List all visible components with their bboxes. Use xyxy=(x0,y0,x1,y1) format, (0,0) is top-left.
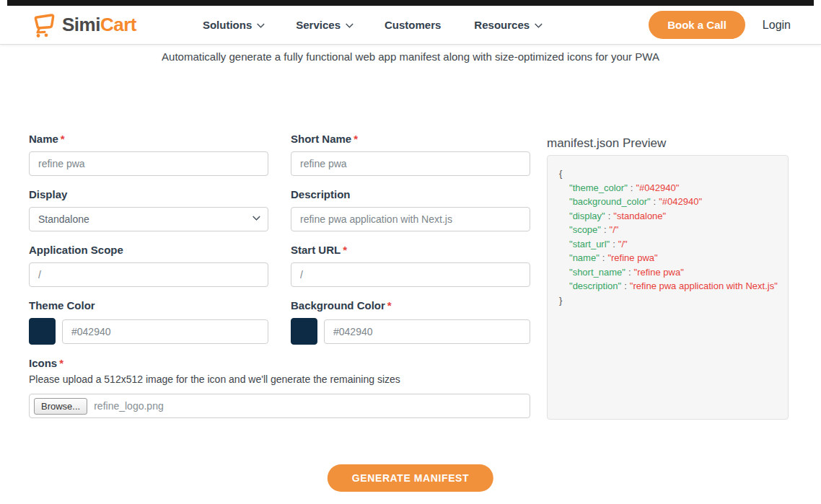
top-black-bar xyxy=(7,0,814,6)
theme-color-swatch[interactable] xyxy=(29,318,56,345)
page-subtitle: Automatically generate a fully functiona… xyxy=(0,50,821,63)
json-line: scope:/ xyxy=(559,223,776,237)
browse-button[interactable]: Browse... xyxy=(34,398,87,415)
name-input[interactable] xyxy=(29,151,268,176)
start-url-label: Start URL* xyxy=(291,244,530,256)
json-line: short_name:refine pwa xyxy=(559,265,776,280)
display-select[interactable] xyxy=(29,207,268,231)
simicart-logo[interactable]: SimiCart xyxy=(30,12,136,38)
icons-help-text: Please upload a 512x512 image for the ic… xyxy=(29,373,530,385)
main-nav: Solutions Services Customers Resources xyxy=(203,19,540,31)
short-name-input[interactable] xyxy=(291,151,530,176)
icons-file-input[interactable]: Browse... refine_logo.png xyxy=(29,394,530,418)
chevron-down-icon xyxy=(535,19,543,27)
generate-manifest-button[interactable]: GENERATE MANIFEST xyxy=(328,464,493,492)
json-line: background_color:#042940 xyxy=(559,195,776,209)
json-line: start_url:/ xyxy=(559,237,776,252)
chevron-down-icon xyxy=(346,19,354,27)
display-field-group: Display xyxy=(29,188,268,231)
description-field-group: Description xyxy=(291,188,530,231)
nav-resources[interactable]: Resources xyxy=(474,19,540,31)
application-scope-label: Application Scope xyxy=(29,244,268,256)
short-name-label: Short Name* xyxy=(291,133,530,145)
description-label: Description xyxy=(291,188,530,200)
nav-customers[interactable]: Customers xyxy=(385,19,441,31)
json-line: theme_color:#042940 xyxy=(559,181,776,195)
manifest-form: Name* Short Name* Display Description Ap… xyxy=(29,133,530,430)
cart-icon xyxy=(30,12,58,38)
background-color-field-group: Background Color* xyxy=(291,299,530,345)
login-link[interactable]: Login xyxy=(763,19,791,32)
name-label: Name* xyxy=(29,133,268,145)
application-scope-input[interactable] xyxy=(29,262,268,287)
brand-name: SimiCart xyxy=(62,14,136,36)
header-actions: Book a Call Login xyxy=(649,11,791,39)
json-open-brace: { xyxy=(559,167,776,181)
background-color-input[interactable] xyxy=(324,319,530,344)
manifest-preview-title: manifest.json Preview xyxy=(547,136,666,151)
selected-file-name: refine_logo.png xyxy=(94,400,164,412)
header: SimiCart Solutions Services Customers Re… xyxy=(0,6,821,45)
background-color-label: Background Color* xyxy=(291,299,530,311)
json-line: name:refine pwa xyxy=(559,251,776,265)
start-url-field-group: Start URL* xyxy=(291,244,530,287)
book-a-call-button[interactable]: Book a Call xyxy=(649,11,745,39)
nav-solutions[interactable]: Solutions xyxy=(203,19,263,31)
theme-color-label: Theme Color xyxy=(29,299,268,311)
background-color-swatch[interactable] xyxy=(291,318,317,345)
theme-color-field-group: Theme Color xyxy=(29,299,268,345)
display-label: Display xyxy=(29,188,268,200)
name-field-group: Name* xyxy=(29,133,268,176)
start-url-input[interactable] xyxy=(291,262,530,287)
nav-services[interactable]: Services xyxy=(296,19,351,31)
theme-color-input[interactable] xyxy=(62,319,268,344)
short-name-field-group: Short Name* xyxy=(291,133,530,176)
json-line: display:standalone xyxy=(559,209,776,224)
json-close-brace: } xyxy=(559,293,776,308)
icons-label: Icons* xyxy=(29,357,530,369)
manifest-preview-panel: { theme_color:#042940 background_color:#… xyxy=(547,155,789,420)
json-line: description:refine pwa application with … xyxy=(559,279,776,293)
description-input[interactable] xyxy=(291,207,530,231)
icons-field-group: Icons* Please upload a 512x512 image for… xyxy=(29,357,530,418)
chevron-down-icon xyxy=(257,19,265,27)
application-scope-field-group: Application Scope xyxy=(29,244,268,287)
